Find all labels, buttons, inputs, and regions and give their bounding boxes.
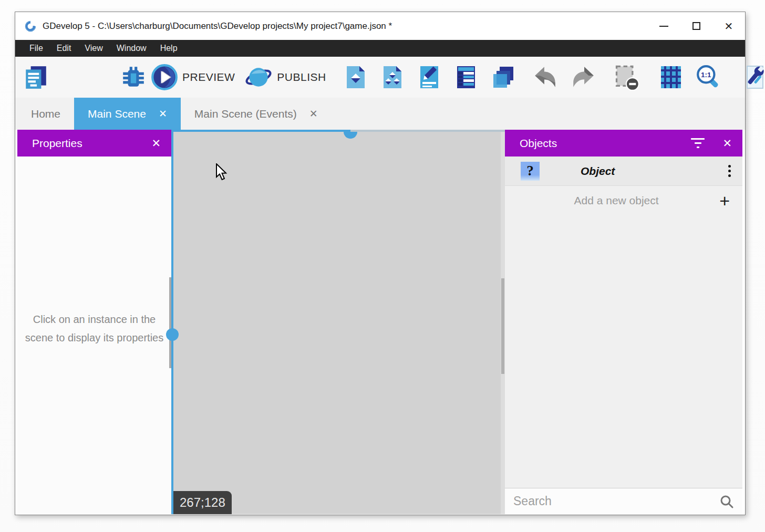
objects-panel-title: Objects	[520, 137, 557, 150]
cursor-coordinates-badge: 267;128	[173, 491, 232, 514]
redo-button[interactable]	[568, 62, 598, 92]
toolbar: PREVIEW PUBLISH	[15, 57, 745, 98]
publish-planet-icon	[244, 64, 273, 91]
deselect-icon	[613, 64, 640, 91]
grid-icon	[658, 65, 684, 90]
scene-border-left	[171, 130, 173, 514]
resize-handle-left[interactable]	[166, 328, 179, 341]
tab-main-scene-events-label: Main Scene (Events)	[194, 108, 297, 120]
close-button[interactable]: ✕	[712, 12, 745, 40]
object-thumbnail-icon: ?	[521, 162, 540, 181]
objects-editor-icon	[343, 65, 368, 90]
minimize-button[interactable]	[647, 12, 680, 40]
setup-grid-button[interactable]	[740, 62, 765, 92]
menu-file[interactable]: File	[23, 40, 50, 57]
project-manager-button[interactable]	[20, 62, 51, 92]
properties-close-icon[interactable]: ✕	[151, 137, 161, 150]
maximize-button[interactable]	[680, 12, 712, 40]
objects-close-icon[interactable]: ✕	[722, 137, 732, 150]
properties-panel-title: Properties	[32, 137, 82, 150]
search-icon[interactable]	[719, 494, 734, 509]
open-events-button[interactable]	[451, 62, 481, 92]
publish-button[interactable]: PUBLISH	[242, 61, 333, 93]
object-name: Object	[581, 165, 615, 178]
editor-tabs: Home Main Scene ✕ Main Scene (Events) ✕	[15, 98, 745, 130]
menu-window[interactable]: Window	[110, 40, 153, 57]
wrench-icon	[742, 65, 765, 90]
debug-bug-icon	[120, 64, 147, 90]
tab-main-scene-events[interactable]: Main Scene (Events) ✕	[181, 98, 332, 130]
tab-close-icon[interactable]: ✕	[309, 108, 318, 120]
object-list-item[interactable]: ? Object	[505, 157, 742, 186]
tab-close-icon[interactable]: ✕	[159, 108, 167, 120]
properties-panel-body: Click on an instance in the scene to dis…	[17, 157, 171, 514]
objects-search-bar	[505, 488, 742, 514]
objects-panel-header: Objects ✕	[505, 130, 742, 157]
plus-icon: +	[719, 192, 730, 210]
minimize-icon	[659, 26, 668, 27]
menu-edit[interactable]: Edit	[50, 40, 78, 57]
open-layers-button[interactable]	[488, 62, 518, 92]
properties-pencil-icon	[417, 65, 442, 90]
object-menu-icon[interactable]	[726, 163, 733, 179]
properties-panel-header: Properties ✕	[17, 130, 171, 157]
filter-icon[interactable]	[691, 138, 705, 148]
preview-label: PREVIEW	[182, 71, 235, 84]
mouse-cursor-icon	[215, 163, 229, 182]
add-object-label: Add a new object	[518, 194, 715, 207]
zoom-1-1-icon: 1:1	[695, 64, 721, 90]
tab-home[interactable]: Home	[17, 98, 74, 130]
title-bar: GDevelop 5 - C:\Users\charburg\Documents…	[15, 12, 745, 40]
preview-button[interactable]: PREVIEW	[149, 61, 242, 93]
tab-main-scene[interactable]: Main Scene ✕	[74, 98, 181, 130]
zoom-original-button[interactable]: 1:1	[693, 62, 723, 92]
object-groups-icon	[380, 65, 405, 90]
svg-text:1:1: 1:1	[701, 71, 711, 79]
resize-handle-top[interactable]	[344, 132, 357, 139]
menu-bar: File Edit View Window Help	[15, 40, 745, 57]
menu-view[interactable]: View	[78, 40, 109, 57]
window-title: GDevelop 5 - C:\Users\charburg\Documents…	[43, 21, 392, 32]
redo-icon	[570, 64, 596, 90]
preview-play-icon	[151, 64, 178, 91]
open-scene-properties-button[interactable]	[415, 62, 444, 92]
tab-main-scene-label: Main Scene	[88, 108, 146, 120]
project-manager-icon	[23, 64, 49, 90]
scene-border-top-active	[171, 130, 350, 132]
scene-border-top-muted	[350, 130, 505, 132]
undo-button[interactable]	[530, 62, 561, 92]
desktop-background: GDevelop 5 - C:\Users\charburg\Documents…	[0, 0, 765, 532]
app-window: GDevelop 5 - C:\Users\charburg\Documents…	[15, 12, 746, 515]
events-list-icon	[453, 65, 479, 90]
open-object-groups-button[interactable]	[378, 62, 407, 92]
add-object-row[interactable]: Add a new object +	[505, 186, 742, 215]
properties-panel: Properties ✕ Click on an instance in the…	[17, 130, 171, 514]
tab-home-label: Home	[31, 108, 60, 120]
window-controls: ✕	[647, 12, 745, 40]
gdevelop-logo-icon	[24, 19, 37, 33]
layers-icon	[490, 65, 515, 90]
undo-icon	[532, 64, 559, 90]
search-input[interactable]	[513, 494, 719, 508]
grid-button[interactable]	[656, 62, 686, 92]
properties-empty-message: Click on an instance in the scene to dis…	[25, 310, 164, 347]
publish-label: PUBLISH	[277, 71, 326, 84]
objects-list-empty-space	[505, 215, 742, 488]
maximize-icon	[692, 22, 700, 30]
clear-selection-button[interactable]	[611, 61, 643, 93]
main-area: Properties ✕ Click on an instance in the…	[15, 130, 745, 515]
objects-panel: Objects ✕ ? Object Add a new object +	[505, 130, 742, 514]
menu-help[interactable]: Help	[153, 40, 184, 57]
canvas-scrollbar-track[interactable]	[501, 132, 505, 514]
canvas-scrollbar-thumb[interactable]	[501, 278, 504, 374]
open-objects-editor-button[interactable]	[341, 62, 370, 92]
scene-canvas[interactable]: 267;128	[171, 130, 505, 514]
debug-button[interactable]	[118, 62, 149, 92]
